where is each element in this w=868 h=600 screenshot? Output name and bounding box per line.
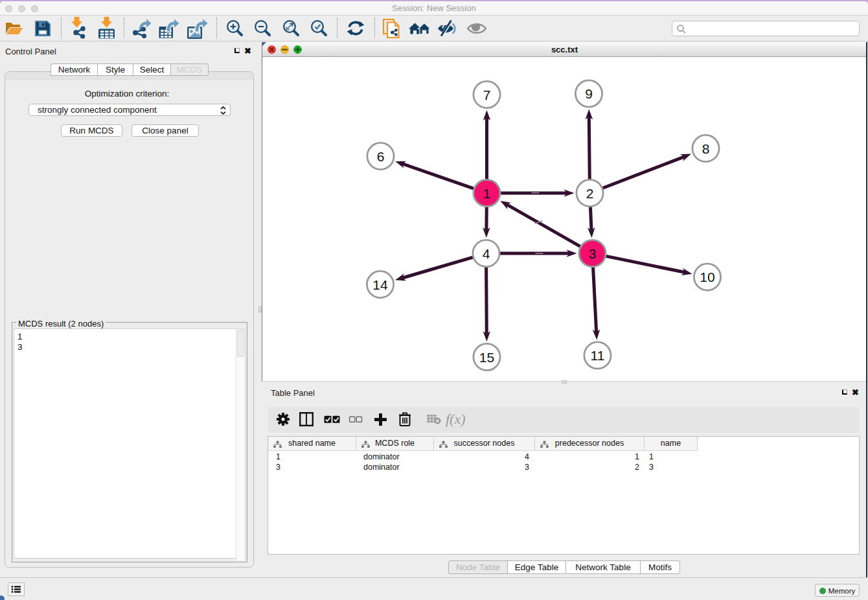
svg-text:10: 10 xyxy=(700,270,714,284)
svg-text:14: 14 xyxy=(372,277,388,292)
svg-text:7: 7 xyxy=(483,87,491,102)
svg-text:2: 2 xyxy=(586,186,594,201)
svg-text:4: 4 xyxy=(483,246,490,261)
svg-text:9: 9 xyxy=(585,86,593,101)
svg-text:11: 11 xyxy=(591,348,605,363)
svg-text:3: 3 xyxy=(589,246,597,261)
svg-text:15: 15 xyxy=(479,350,494,365)
svg-text:6: 6 xyxy=(377,149,385,164)
svg-text:1: 1 xyxy=(483,186,491,201)
svg-text:8: 8 xyxy=(702,141,710,156)
